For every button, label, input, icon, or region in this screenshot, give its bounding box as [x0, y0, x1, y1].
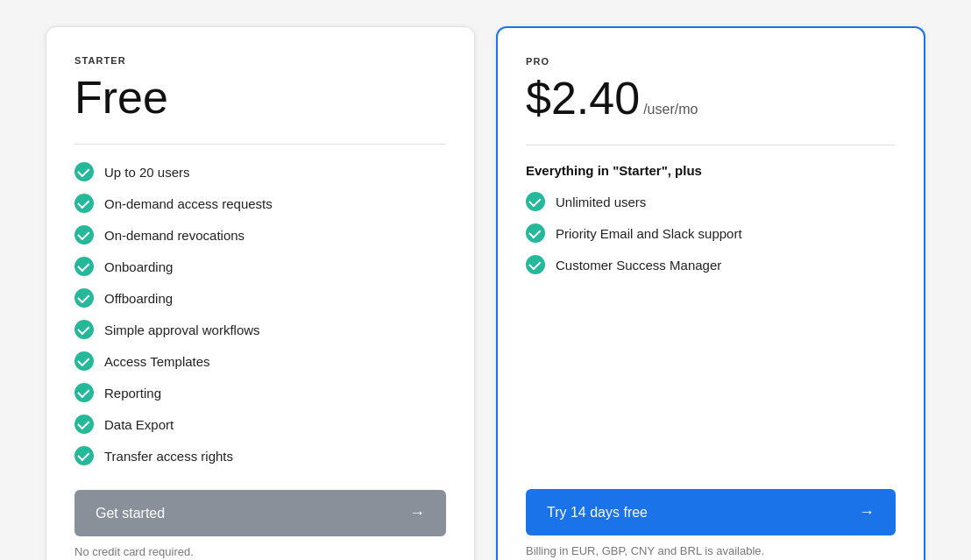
feature-text: Priority Email and Slack support	[556, 226, 742, 241]
check-icon	[74, 225, 94, 245]
check-icon	[74, 320, 94, 339]
feature-text: Access Templates	[104, 354, 210, 369]
list-item: On-demand access requests	[74, 194, 446, 213]
pro-arrow-icon: →	[859, 503, 875, 521]
list-item: Simple approval workflows	[74, 320, 446, 339]
check-icon	[74, 446, 94, 465]
check-icon	[74, 415, 94, 434]
check-icon	[74, 257, 94, 276]
check-icon	[74, 194, 94, 213]
pro-price-row: $2.40 /user/mo	[526, 74, 896, 127]
starter-arrow-icon: →	[409, 504, 425, 522]
list-item: Access Templates	[74, 351, 446, 371]
pro-cta-label: Try 14 days free	[547, 505, 648, 521]
check-icon	[526, 255, 545, 274]
starter-plan-label: STARTER	[74, 55, 446, 66]
list-item: Priority Email and Slack support	[526, 223, 896, 243]
list-item: Up to 20 users	[74, 162, 446, 181]
starter-cta-note: No credit card required.	[74, 545, 446, 558]
starter-cta-label: Get started	[96, 506, 165, 521]
starter-card: STARTER Free Up to 20 usersOn-demand acc…	[46, 26, 475, 560]
check-icon	[74, 162, 94, 181]
feature-text: Reporting	[104, 386, 161, 401]
feature-text: On-demand access requests	[104, 196, 273, 211]
pro-cta-note: Billing in EUR, GBP, CNY and BRL is avai…	[526, 544, 896, 557]
feature-text: On-demand revocations	[104, 228, 245, 243]
feature-text: Unlimited users	[556, 195, 646, 209]
starter-feature-list: Up to 20 usersOn-demand access requestsO…	[74, 162, 446, 465]
list-item: On-demand revocations	[74, 225, 446, 245]
feature-text: Transfer access rights	[104, 449, 233, 464]
check-icon	[74, 288, 94, 308]
pro-price-unit: /user/mo	[643, 102, 698, 117]
list-item: Data Export	[74, 415, 446, 434]
list-item: Customer Success Manager	[526, 255, 896, 274]
feature-text: Onboarding	[104, 259, 173, 274]
feature-text: Customer Success Manager	[556, 258, 721, 273]
check-icon	[526, 223, 545, 243]
starter-divider	[74, 144, 446, 145]
feature-text: Up to 20 users	[104, 165, 190, 180]
pro-cta-section: Try 14 days free → Billing in EUR, GBP, …	[526, 489, 896, 557]
pro-cta-button[interactable]: Try 14 days free →	[526, 489, 896, 535]
check-icon	[526, 192, 545, 211]
check-icon	[74, 383, 94, 402]
feature-text: Simple approval workflows	[104, 323, 260, 337]
feature-text: Data Export	[104, 417, 174, 432]
list-item: Onboarding	[74, 257, 446, 276]
pro-plan-label: PRO	[526, 56, 896, 67]
pro-divider	[526, 145, 896, 145]
pro-price-amount: $2.40	[526, 74, 640, 124]
list-item: Reporting	[74, 383, 446, 402]
list-item: Transfer access rights	[74, 446, 446, 465]
pro-feature-list: Unlimited usersPriority Email and Slack …	[526, 192, 896, 464]
pro-card: PRO $2.40 /user/mo Everything in "Starte…	[496, 26, 925, 560]
list-item: Offboarding	[74, 288, 446, 308]
pricing-container: STARTER Free Up to 20 usersOn-demand acc…	[0, 0, 971, 560]
check-icon	[74, 351, 94, 371]
starter-cta-button[interactable]: Get started →	[74, 490, 446, 536]
feature-text: Offboarding	[104, 291, 173, 306]
list-item: Unlimited users	[526, 192, 896, 211]
starter-cta-section: Get started → No credit card required.	[74, 490, 446, 558]
pro-everything-plus: Everything in "Starter", plus	[526, 163, 896, 178]
starter-price: Free	[74, 73, 446, 123]
